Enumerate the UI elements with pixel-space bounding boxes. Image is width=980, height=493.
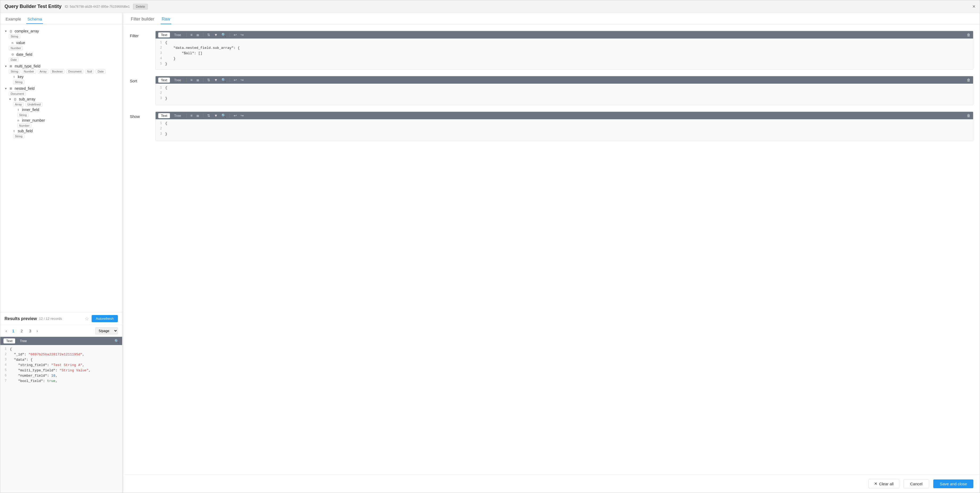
redo-icon[interactable]: ↪ [240,32,245,37]
field-name: sub_array [19,97,35,101]
type-badge: Number [22,69,36,73]
align-justify-icon[interactable]: ≣ [195,77,200,83]
undo-icon[interactable]: ↩ [232,77,238,83]
sort-icon[interactable]: ⇅ [206,77,212,83]
sort-tree-tab[interactable]: Tree [172,78,184,83]
align-left-icon[interactable]: ≡ [189,113,194,118]
save-close-button[interactable]: Save and close [933,479,974,488]
tab-filter-builder[interactable]: Filter builder [130,15,155,24]
show-tree-tab[interactable]: Tree [172,113,184,118]
type-badge: String [9,69,20,73]
filter-editor: Text Tree ≡ ≣ ⇅ ▼ 🔍 ↩ ↪ 🗑 [155,31,974,70]
tab-raw[interactable]: Raw [161,15,171,24]
align-justify-icon[interactable]: ≣ [195,32,200,37]
show-text-tab[interactable]: Text [158,113,170,118]
schema-item-date-field: ⊙ date_field Date [5,52,118,62]
filter-label: Filter [130,31,151,38]
type-badge: String [13,134,24,139]
results-tree-tab[interactable]: Tree [17,338,29,343]
sort-code-area[interactable]: 1{ 2 3} [156,84,973,105]
show-trash-icon[interactable]: 🗑 [967,113,970,118]
undo-icon[interactable]: ↩ [232,113,238,118]
clear-all-button[interactable]: ✕ Clear all [869,479,899,488]
filter-icon[interactable]: ▼ [213,77,219,83]
sort-editor-toolbar: Text Tree ≡ ≣ ⇅ ▼ 🔍 ↩ ↪ 🗑 [156,76,973,84]
sep [203,78,204,82]
right-tab-bar: Filter builder Raw [124,13,980,24]
type-icon: ⊞ [9,65,13,68]
filter-trash-icon[interactable]: 🗑 [967,33,970,37]
filter-text-tab[interactable]: Text [158,32,170,37]
cancel-button[interactable]: Cancel [904,479,929,488]
sort-text-tab[interactable]: Text [158,78,170,83]
results-text-tab[interactable]: Text [3,338,15,343]
chevron-icon[interactable]: ▼ [5,87,7,90]
page-2-button[interactable]: 2 [19,328,25,333]
filter-code-area[interactable]: 1{ 2 "data.nested_field.sub_array": { 3 … [156,38,973,69]
type-badge: Undefined [25,102,43,107]
filter-tree-tab[interactable]: Tree [172,32,184,37]
per-page-select[interactable]: 5/page 10/page 20/page [95,327,118,334]
bottom-actions: ✕ Clear all Cancel Save and close [124,474,980,493]
type-badge: Null [85,69,94,73]
type-icon: ⊙ [10,53,14,56]
delete-button[interactable]: Delete [133,4,148,10]
left-panel: Example Schema ▼ {} complex_array String [0,13,123,493]
show-code-area[interactable]: 1{ 2 3} [156,119,973,140]
undo-icon[interactable]: ↩ [232,32,238,37]
type-badge: Number [17,123,31,128]
redo-icon[interactable]: ↪ [240,77,245,83]
redo-icon[interactable]: ↪ [240,113,245,118]
results-title: Results preview [5,316,37,321]
type-icon: ⊞ [9,87,13,90]
results-search-button[interactable]: 🔍 [115,339,119,343]
code-line: 4 "string_field": "Test String A", [0,363,122,369]
show-section: Show Text Tree ≡ ≣ ⇅ ▼ 🔍 [130,112,974,141]
align-left-icon[interactable]: ≡ [189,77,194,83]
filter-editor-toolbar: Text Tree ≡ ≣ ⇅ ▼ 🔍 ↩ ↪ 🗑 [156,31,973,38]
sort-trash-icon[interactable]: 🗑 [967,78,970,82]
type-icon: t [12,75,16,78]
search-icon[interactable]: 🔍 [220,32,227,37]
schema-item-value: n value Number [5,40,118,51]
code-line: 2 "_id": "6697b25ba228172e1211195d", [0,353,122,358]
next-page-button[interactable]: › [35,328,39,333]
prev-page-button[interactable]: ‹ [5,328,8,333]
type-badge: Array [38,69,48,73]
close-button[interactable]: × [972,3,975,10]
type-badge: Number [9,46,23,50]
page-1-button[interactable]: 1 [10,328,16,333]
search-icon[interactable]: 🔍 [220,77,227,83]
page-3-button[interactable]: 3 [27,328,33,333]
align-left-icon[interactable]: ≡ [189,32,194,37]
schema-item-nested-field: ▼ ⊞ nested_field Document ▼ {} sub_array [5,86,118,139]
show-editor: Text Tree ≡ ≣ ⇅ ▼ 🔍 ↩ ↪ 🗑 [155,112,974,141]
entity-id: ID: 5da78798-ab28-4437-895e-7615966fd8e1 [65,5,130,8]
type-badge: String [17,113,29,117]
star-button[interactable]: ☆ [85,316,89,322]
tab-schema[interactable]: Schema [26,15,43,24]
filter-icon[interactable]: ▼ [213,32,219,37]
type-icon: n [16,119,21,122]
close-icon: ✕ [874,481,878,486]
type-icon: t [12,129,16,132]
sort-icon[interactable]: ⇅ [206,32,212,37]
sep [186,78,187,82]
field-name: key [18,75,24,79]
schema-tree: ▼ {} complex_array String n value [0,24,122,312]
type-badge: Array [13,102,24,107]
schema-item-multi-type: ▼ ⊞ multi_type_field String Number Array… [5,64,118,85]
field-name: sub_field [18,129,33,133]
type-icon: {} [9,29,13,33]
sort-editor: Text Tree ≡ ≣ ⇅ ▼ 🔍 ↩ ↪ 🗑 [155,76,974,105]
align-justify-icon[interactable]: ≣ [195,113,200,118]
search-icon[interactable]: 🔍 [220,113,227,118]
chevron-icon[interactable]: ▼ [5,30,7,33]
sort-icon[interactable]: ⇅ [206,113,212,118]
tab-example[interactable]: Example [5,15,22,24]
autorefresh-button[interactable]: Autorefresh [92,315,118,322]
chevron-icon[interactable]: ▼ [5,65,7,68]
filter-icon[interactable]: ▼ [213,113,219,118]
chevron-icon[interactable]: ▼ [9,98,11,101]
field-name: value [16,41,25,45]
